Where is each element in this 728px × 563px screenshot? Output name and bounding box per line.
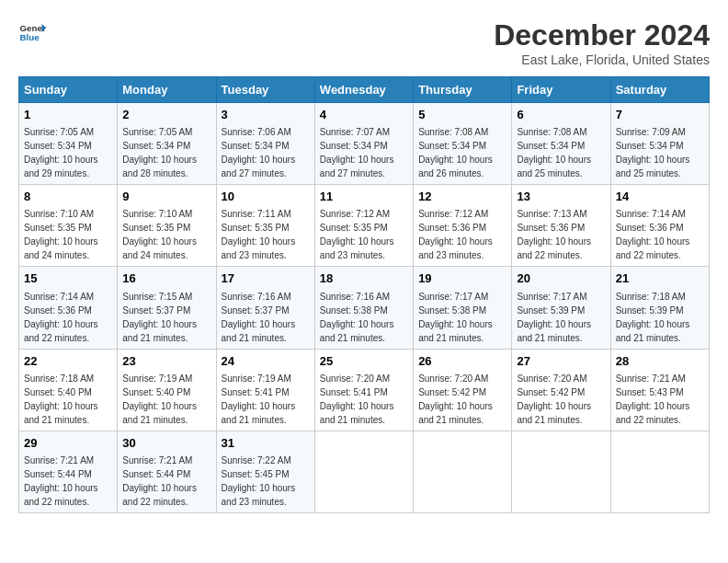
calendar-cell (512, 431, 610, 512)
calendar-week-5: 29 Sunrise: 7:21 AM Sunset: 5:44 PM Dayl… (19, 431, 710, 512)
calendar-cell: 9 Sunrise: 7:10 AM Sunset: 5:35 PM Dayli… (118, 185, 216, 267)
calendar-cell: 12 Sunrise: 7:12 AM Sunset: 5:36 PM Dayl… (414, 185, 512, 267)
calendar-cell: 3 Sunrise: 7:06 AM Sunset: 5:34 PM Dayli… (216, 103, 314, 185)
day-number: 13 (517, 189, 605, 205)
calendar-table: SundayMondayTuesdayWednesdayThursdayFrid… (18, 76, 710, 513)
calendar-cell: 24 Sunrise: 7:19 AM Sunset: 5:41 PM Dayl… (216, 349, 314, 431)
header-saturday: Saturday (610, 77, 709, 103)
day-number: 20 (517, 270, 605, 287)
day-info: Sunrise: 7:16 AM Sunset: 5:37 PM Dayligh… (222, 292, 296, 343)
day-info: Sunrise: 7:16 AM Sunset: 5:38 PM Dayligh… (320, 292, 394, 343)
day-number: 1 (24, 107, 112, 123)
day-info: Sunrise: 7:19 AM Sunset: 5:40 PM Dayligh… (122, 373, 197, 425)
day-number: 21 (616, 270, 704, 287)
day-info: Sunrise: 7:12 AM Sunset: 5:36 PM Dayligh… (418, 209, 493, 260)
header-thursday: Thursday (414, 77, 512, 103)
day-number: 26 (418, 353, 506, 370)
day-info: Sunrise: 7:09 AM Sunset: 5:34 PM Dayligh… (616, 127, 690, 178)
day-number: 5 (418, 107, 506, 123)
calendar-cell: 11 Sunrise: 7:12 AM Sunset: 5:35 PM Dayl… (314, 185, 413, 267)
day-number: 4 (320, 107, 408, 123)
day-number: 28 (616, 353, 704, 370)
svg-text:Blue: Blue (20, 32, 40, 42)
header-sunday: Sunday (19, 77, 118, 103)
calendar-cell: 17 Sunrise: 7:16 AM Sunset: 5:37 PM Dayl… (216, 267, 314, 349)
calendar-cell (314, 431, 413, 512)
day-info: Sunrise: 7:10 AM Sunset: 5:35 PM Dayligh… (24, 209, 98, 260)
calendar-cell: 16 Sunrise: 7:15 AM Sunset: 5:37 PM Dayl… (118, 267, 216, 349)
calendar-cell: 22 Sunrise: 7:18 AM Sunset: 5:40 PM Dayl… (19, 349, 118, 431)
calendar-cell: 25 Sunrise: 7:20 AM Sunset: 5:41 PM Dayl… (314, 349, 413, 431)
calendar-week-4: 22 Sunrise: 7:18 AM Sunset: 5:40 PM Dayl… (19, 349, 710, 431)
day-info: Sunrise: 7:11 AM Sunset: 5:35 PM Dayligh… (222, 209, 296, 260)
calendar-cell (414, 431, 512, 512)
calendar-header-row: SundayMondayTuesdayWednesdayThursdayFrid… (19, 77, 710, 103)
day-number: 14 (616, 189, 704, 205)
page-subtitle: East Lake, Florida, United States (494, 52, 710, 67)
page-title: December 2024 (494, 18, 710, 52)
calendar-cell: 7 Sunrise: 7:09 AM Sunset: 5:34 PM Dayli… (610, 103, 709, 185)
calendar-cell: 2 Sunrise: 7:05 AM Sunset: 5:34 PM Dayli… (118, 103, 216, 185)
day-info: Sunrise: 7:20 AM Sunset: 5:42 PM Dayligh… (418, 373, 493, 425)
day-info: Sunrise: 7:17 AM Sunset: 5:38 PM Dayligh… (418, 292, 493, 343)
day-info: Sunrise: 7:06 AM Sunset: 5:34 PM Dayligh… (222, 127, 296, 178)
day-info: Sunrise: 7:21 AM Sunset: 5:43 PM Dayligh… (616, 373, 690, 425)
calendar-cell: 27 Sunrise: 7:20 AM Sunset: 5:42 PM Dayl… (512, 349, 610, 431)
calendar-cell: 6 Sunrise: 7:08 AM Sunset: 5:34 PM Dayli… (512, 103, 610, 185)
day-info: Sunrise: 7:22 AM Sunset: 5:45 PM Dayligh… (222, 455, 296, 507)
day-info: Sunrise: 7:14 AM Sunset: 5:36 PM Dayligh… (24, 292, 98, 343)
title-section: December 2024 East Lake, Florida, United… (494, 18, 710, 67)
day-info: Sunrise: 7:13 AM Sunset: 5:36 PM Dayligh… (517, 209, 591, 260)
calendar-week-3: 15 Sunrise: 7:14 AM Sunset: 5:36 PM Dayl… (19, 267, 710, 349)
day-number: 11 (320, 189, 408, 205)
calendar-cell: 20 Sunrise: 7:17 AM Sunset: 5:39 PM Dayl… (512, 267, 610, 349)
day-info: Sunrise: 7:21 AM Sunset: 5:44 PM Dayligh… (24, 455, 98, 507)
calendar-cell: 30 Sunrise: 7:21 AM Sunset: 5:44 PM Dayl… (118, 431, 216, 512)
day-number: 8 (24, 189, 112, 205)
day-number: 15 (24, 270, 112, 287)
day-number: 17 (222, 270, 310, 287)
header-wednesday: Wednesday (314, 77, 413, 103)
header-friday: Friday (512, 77, 610, 103)
day-info: Sunrise: 7:21 AM Sunset: 5:44 PM Dayligh… (122, 455, 197, 507)
day-number: 10 (222, 189, 310, 205)
day-number: 22 (24, 353, 112, 370)
calendar-cell: 26 Sunrise: 7:20 AM Sunset: 5:42 PM Dayl… (414, 349, 512, 431)
day-number: 27 (517, 353, 605, 370)
calendar-cell: 13 Sunrise: 7:13 AM Sunset: 5:36 PM Dayl… (512, 185, 610, 267)
calendar-cell: 5 Sunrise: 7:08 AM Sunset: 5:34 PM Dayli… (414, 103, 512, 185)
header-monday: Monday (118, 77, 216, 103)
header-tuesday: Tuesday (216, 77, 314, 103)
calendar-cell: 28 Sunrise: 7:21 AM Sunset: 5:43 PM Dayl… (610, 349, 709, 431)
calendar-cell: 10 Sunrise: 7:11 AM Sunset: 5:35 PM Dayl… (216, 185, 314, 267)
day-number: 7 (616, 107, 704, 123)
day-number: 12 (418, 189, 506, 205)
calendar-week-2: 8 Sunrise: 7:10 AM Sunset: 5:35 PM Dayli… (19, 185, 710, 267)
calendar-cell: 21 Sunrise: 7:18 AM Sunset: 5:39 PM Dayl… (610, 267, 709, 349)
day-number: 3 (222, 107, 310, 123)
calendar-cell: 4 Sunrise: 7:07 AM Sunset: 5:34 PM Dayli… (314, 103, 413, 185)
calendar-cell: 18 Sunrise: 7:16 AM Sunset: 5:38 PM Dayl… (314, 267, 413, 349)
day-info: Sunrise: 7:08 AM Sunset: 5:34 PM Dayligh… (418, 127, 493, 178)
calendar-cell: 14 Sunrise: 7:14 AM Sunset: 5:36 PM Dayl… (610, 185, 709, 267)
day-info: Sunrise: 7:14 AM Sunset: 5:36 PM Dayligh… (616, 209, 690, 260)
day-number: 19 (418, 270, 506, 287)
calendar-cell: 29 Sunrise: 7:21 AM Sunset: 5:44 PM Dayl… (19, 431, 118, 512)
day-number: 31 (222, 435, 310, 452)
day-number: 29 (24, 435, 112, 452)
day-info: Sunrise: 7:18 AM Sunset: 5:39 PM Dayligh… (616, 292, 690, 343)
day-info: Sunrise: 7:15 AM Sunset: 5:37 PM Dayligh… (122, 292, 197, 343)
day-number: 23 (122, 353, 210, 370)
day-number: 6 (517, 107, 605, 123)
day-info: Sunrise: 7:05 AM Sunset: 5:34 PM Dayligh… (122, 127, 197, 178)
page-header: General Blue December 2024 East Lake, Fl… (18, 18, 710, 67)
calendar-cell: 15 Sunrise: 7:14 AM Sunset: 5:36 PM Dayl… (19, 267, 118, 349)
calendar-cell: 19 Sunrise: 7:17 AM Sunset: 5:38 PM Dayl… (414, 267, 512, 349)
day-info: Sunrise: 7:19 AM Sunset: 5:41 PM Dayligh… (222, 373, 296, 425)
day-info: Sunrise: 7:05 AM Sunset: 5:34 PM Dayligh… (24, 127, 98, 178)
calendar-cell (610, 431, 709, 512)
day-number: 30 (122, 435, 210, 452)
day-number: 9 (122, 189, 210, 205)
day-number: 24 (222, 353, 310, 370)
logo: General Blue (18, 18, 46, 46)
